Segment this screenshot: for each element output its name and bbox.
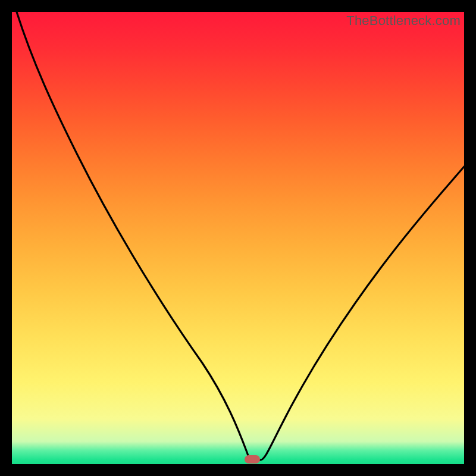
bottleneck-curve xyxy=(12,12,464,464)
curve-path xyxy=(17,12,464,460)
chart-frame: TheBottleneck.com xyxy=(0,0,476,476)
optimal-marker xyxy=(245,455,260,464)
plot-area: TheBottleneck.com xyxy=(12,12,464,464)
